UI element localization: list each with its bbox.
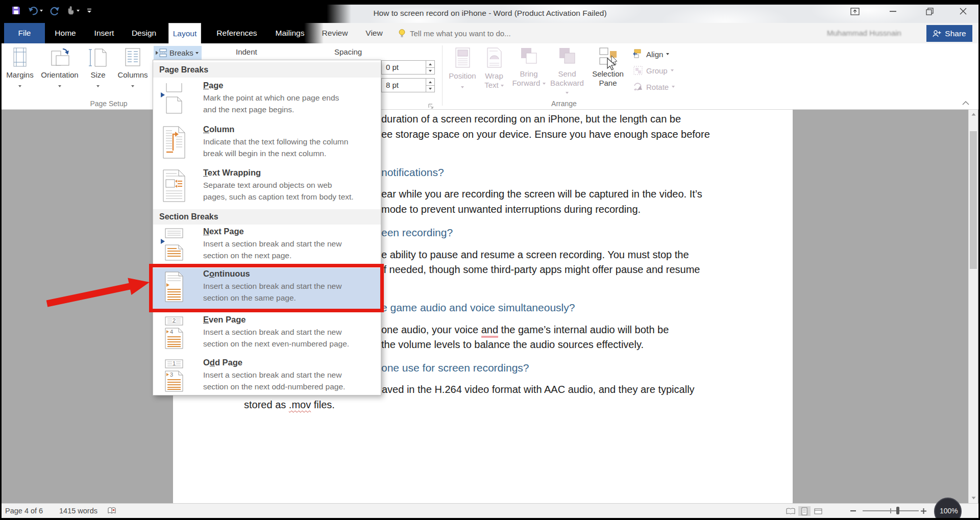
mouse-cursor bbox=[606, 58, 618, 71]
text-wrapping-break-icon bbox=[159, 169, 188, 203]
position-caret bbox=[461, 86, 464, 88]
title-bar: How to screen record on iPhone - Word (P… bbox=[0, 0, 980, 23]
odd-page-break-icon: 1 3 bbox=[159, 359, 188, 392]
size-button[interactable]: Size bbox=[85, 45, 111, 104]
tell-me-box[interactable]: Tell me what you want to do... bbox=[398, 23, 511, 43]
menu-item-text-wrapping-break[interactable]: Text Wrapping Separate text around objec… bbox=[153, 167, 381, 209]
user-name[interactable]: Muhammad Hussnain bbox=[827, 29, 924, 37]
svg-text:1: 1 bbox=[173, 360, 176, 366]
scroll-down-icon[interactable] bbox=[971, 497, 976, 500]
collapse-ribbon-chevron[interactable] bbox=[962, 101, 970, 105]
tab-references[interactable]: References bbox=[212, 23, 261, 43]
menu-item-page-break[interactable]: Page Mark the point at which one page en… bbox=[153, 80, 381, 121]
align-icon bbox=[633, 49, 643, 59]
minimize-icon bbox=[890, 11, 896, 12]
spelling-flagged-word: .mov bbox=[289, 399, 311, 410]
share-person-icon bbox=[933, 30, 941, 38]
annotation-highlight-box bbox=[149, 264, 384, 312]
columns-caret bbox=[131, 85, 134, 87]
share-button[interactable]: Share bbox=[926, 25, 972, 42]
wrap-text-button[interactable]: Wrap Text bbox=[479, 45, 509, 104]
zoom-out-button[interactable] bbox=[850, 510, 856, 512]
menu-item-even-page-break[interactable]: 2 4 Even Page Insert a section break and… bbox=[153, 314, 381, 356]
doc-heading: notifications? bbox=[381, 166, 444, 179]
tab-mailings[interactable]: Mailings bbox=[270, 23, 310, 43]
group-caret bbox=[671, 69, 674, 71]
read-mode-button[interactable] bbox=[785, 506, 797, 516]
lightbulb-icon bbox=[398, 29, 406, 38]
position-button[interactable]: Position bbox=[447, 45, 478, 104]
bring-forward-button[interactable]: Bring Forward bbox=[511, 45, 546, 104]
page-indicator[interactable]: Page 4 of 6 bbox=[5, 504, 43, 518]
paragraph-dialog-launcher[interactable] bbox=[428, 103, 434, 110]
menu-item-next-page-break[interactable]: Next Page Insert a section break and sta… bbox=[153, 226, 381, 267]
save-button[interactable] bbox=[11, 6, 21, 15]
spacing-before-spinner[interactable]: 0 pt bbox=[381, 60, 435, 75]
web-layout-button[interactable] bbox=[812, 506, 824, 516]
ribbon-tab-row: File Home Insert Design Layout Reference… bbox=[0, 23, 980, 43]
columns-button[interactable]: Columns bbox=[114, 45, 151, 104]
window-top-edge bbox=[0, 0, 980, 5]
send-backward-button[interactable]: Send Backward bbox=[548, 45, 586, 104]
orientation-button[interactable]: Orientation bbox=[38, 45, 82, 104]
zoom-slider-thumb[interactable] bbox=[896, 507, 899, 514]
send-backward-caret bbox=[566, 92, 569, 94]
group-icon bbox=[633, 65, 643, 76]
columns-icon bbox=[123, 47, 142, 67]
group-button[interactable]: Group bbox=[633, 64, 674, 77]
page-breaks-section-header: Page Breaks bbox=[153, 62, 381, 78]
scroll-up-icon[interactable] bbox=[971, 113, 976, 116]
print-layout-button[interactable] bbox=[798, 506, 811, 516]
close-button[interactable] bbox=[951, 4, 975, 18]
tab-review[interactable]: Review bbox=[317, 23, 352, 43]
page-setup-group-label: Page Setup bbox=[65, 100, 152, 108]
doc-line: ee storage space on your device. Ensure … bbox=[381, 129, 710, 140]
menu-item-odd-page-break[interactable]: 1 3 Odd Page Insert a section break and … bbox=[153, 357, 381, 399]
status-bar: Page 4 of 6 1415 words bbox=[0, 503, 980, 518]
tab-file[interactable]: File bbox=[4, 23, 45, 43]
undo-dropdown-caret[interactable] bbox=[40, 10, 43, 12]
zoom-in-button[interactable] bbox=[921, 508, 926, 514]
spacing-after-steppers[interactable] bbox=[426, 79, 434, 92]
spacing-after-spinner[interactable]: 8 pt bbox=[381, 78, 435, 92]
zoom-level[interactable]: 100% bbox=[940, 507, 958, 515]
minimize-button[interactable] bbox=[881, 4, 904, 18]
restore-button[interactable] bbox=[918, 4, 941, 18]
scrollbar-thumb[interactable] bbox=[970, 131, 977, 269]
menu-item-column-break[interactable]: Column Indicate that the text following … bbox=[153, 123, 381, 165]
margins-button[interactable]: Margins bbox=[5, 45, 35, 104]
proofing-errors-icon[interactable] bbox=[107, 507, 117, 515]
vertical-scrollbar[interactable] bbox=[968, 110, 978, 503]
tab-design[interactable]: Design bbox=[128, 23, 160, 43]
touch-mouse-mode-button[interactable] bbox=[67, 6, 80, 15]
doc-heading: e game audio and voice simultaneously? bbox=[381, 302, 575, 314]
align-caret bbox=[666, 53, 669, 55]
undo-button[interactable] bbox=[28, 6, 43, 15]
touch-mode-caret[interactable] bbox=[77, 10, 80, 12]
ribbon-display-options-button[interactable] bbox=[843, 4, 867, 18]
annotation-arrow bbox=[45, 268, 152, 314]
rotate-icon bbox=[633, 82, 643, 92]
breaks-button[interactable]: Breaks bbox=[154, 46, 202, 60]
tab-layout[interactable]: Layout bbox=[168, 23, 201, 43]
redo-button[interactable] bbox=[50, 6, 60, 15]
read-mode-icon bbox=[786, 508, 796, 515]
save-icon bbox=[11, 6, 21, 15]
position-icon bbox=[454, 47, 471, 68]
wrap-text-icon bbox=[485, 47, 503, 68]
window-left-edge bbox=[0, 0, 2, 520]
rotate-button[interactable]: Rotate bbox=[633, 80, 675, 93]
word-window: How to screen record on iPhone - Word (P… bbox=[0, 0, 980, 520]
word-count[interactable]: 1415 words bbox=[59, 504, 97, 518]
next-page-break-icon bbox=[159, 228, 188, 261]
ribbon: Margins Orientation Size bbox=[0, 43, 980, 110]
tab-home[interactable]: Home bbox=[49, 23, 82, 43]
group-separator bbox=[442, 45, 443, 106]
align-button[interactable]: Align bbox=[633, 47, 669, 61]
tab-insert[interactable]: Insert bbox=[89, 23, 119, 43]
tab-view[interactable]: View bbox=[361, 23, 387, 43]
customize-quick-access-toolbar-button[interactable] bbox=[87, 8, 92, 13]
spacing-label: Spacing bbox=[334, 47, 362, 56]
selection-pane-button[interactable]: Selection Pane bbox=[588, 45, 628, 104]
spacing-before-steppers[interactable] bbox=[426, 61, 434, 74]
